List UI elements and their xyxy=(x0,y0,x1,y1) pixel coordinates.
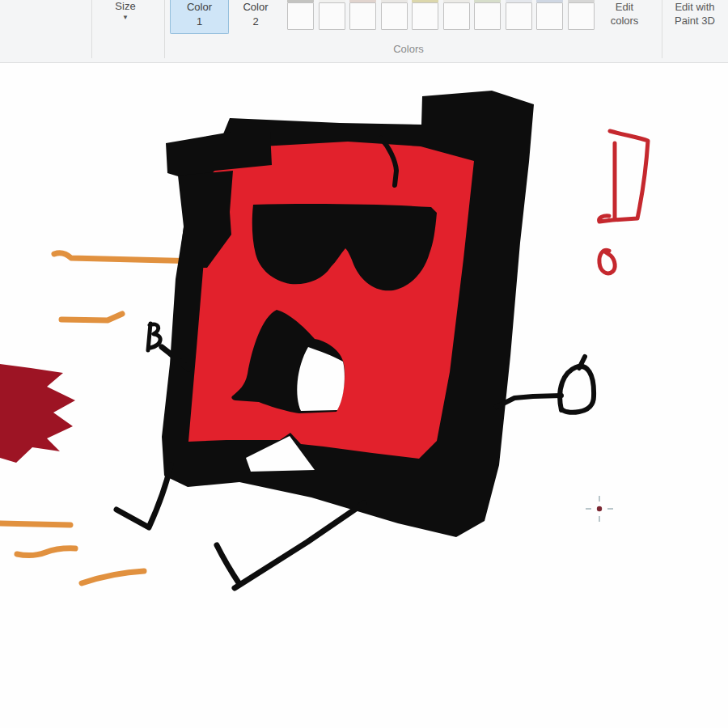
edit-colors-line2: colors xyxy=(595,14,654,28)
color-swatch[interactable] xyxy=(319,2,345,30)
group-separator xyxy=(91,0,92,58)
exclamation-mark xyxy=(599,131,648,273)
edit-with-paint3d-button[interactable]: Edit with Paint 3D xyxy=(663,0,726,28)
left-fist xyxy=(148,324,160,350)
left-leg xyxy=(116,465,171,527)
color1-label: Color xyxy=(171,0,228,14)
edit-paint3d-line1: Edit with xyxy=(663,0,726,14)
paint-ribbon: Size ▼ Color 1 Color 2 Colors Edit color… xyxy=(0,0,728,63)
speed-line xyxy=(82,571,144,583)
color-swatch[interactable] xyxy=(568,2,595,30)
color2-button[interactable]: Color 2 xyxy=(230,0,281,33)
doodle-drawing xyxy=(0,63,728,728)
color-swatch[interactable] xyxy=(412,2,438,30)
speed-line xyxy=(17,548,75,556)
crosshair-cursor xyxy=(586,496,613,522)
square-character xyxy=(162,91,534,537)
speed-line xyxy=(0,523,70,525)
exclamation-dot xyxy=(599,250,615,273)
size-dropdown[interactable]: Size ▼ xyxy=(101,0,150,23)
color-swatch[interactable] xyxy=(443,2,470,30)
colors-group-label: Colors xyxy=(340,43,477,55)
exclamation-body xyxy=(599,131,648,222)
group-separator xyxy=(164,0,165,58)
color1-number: 1 xyxy=(171,14,228,29)
right-fist xyxy=(560,357,594,413)
size-label: Size xyxy=(101,0,150,13)
edit-colors-button[interactable]: Edit colors xyxy=(595,0,654,28)
group-separator xyxy=(662,0,662,58)
color-swatch[interactable] xyxy=(349,2,376,30)
color-swatch[interactable] xyxy=(287,2,314,30)
color-swatch[interactable] xyxy=(474,2,501,30)
edit-paint3d-line2: Paint 3D xyxy=(663,14,726,28)
speed-line xyxy=(54,253,200,261)
color-swatch[interactable] xyxy=(506,2,532,30)
drawing-canvas[interactable] xyxy=(0,63,728,728)
edit-colors-line1: Edit xyxy=(595,0,654,14)
speed-line xyxy=(61,314,122,320)
color-swatch[interactable] xyxy=(381,2,408,30)
right-arm xyxy=(497,396,561,407)
color2-label: Color xyxy=(230,0,281,14)
dark-red-splash xyxy=(0,364,75,463)
right-leg xyxy=(217,545,239,584)
color1-button[interactable]: Color 1 xyxy=(170,0,229,34)
right-leg-cross xyxy=(235,503,364,588)
cursor-dot xyxy=(597,506,602,511)
chevron-down-icon: ▼ xyxy=(101,13,150,23)
color2-number: 2 xyxy=(230,14,281,29)
color-swatch[interactable] xyxy=(536,2,563,30)
